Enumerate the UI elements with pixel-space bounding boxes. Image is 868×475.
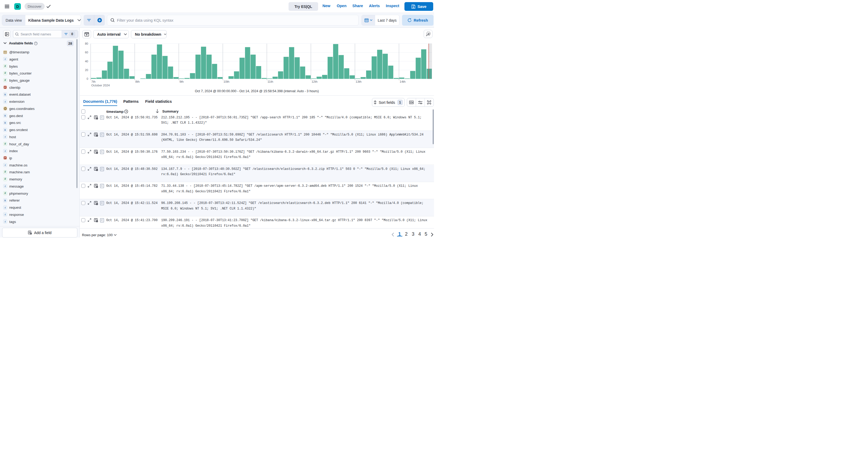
- svg-text:11th: 11th: [268, 80, 273, 83]
- svg-text:80: 80: [85, 42, 88, 45]
- svg-text:8th: 8th: [135, 80, 140, 83]
- svg-text:14th: 14th: [400, 80, 405, 83]
- svg-text:October 2024: October 2024: [91, 84, 110, 87]
- svg-text:0: 0: [87, 77, 88, 80]
- svg-text:20: 20: [85, 68, 88, 71]
- svg-text:12th: 12th: [311, 80, 317, 83]
- svg-text:?: ?: [35, 42, 36, 44]
- svg-text:IP: IP: [4, 86, 6, 88]
- svg-text:IP: IP: [4, 157, 6, 159]
- svg-text:60: 60: [85, 51, 88, 54]
- svg-text:13th: 13th: [355, 80, 362, 83]
- svg-text:9th: 9th: [180, 80, 184, 83]
- svg-text:7th: 7th: [91, 80, 96, 83]
- svg-text:10th: 10th: [224, 80, 229, 83]
- svg-text:40: 40: [85, 60, 88, 63]
